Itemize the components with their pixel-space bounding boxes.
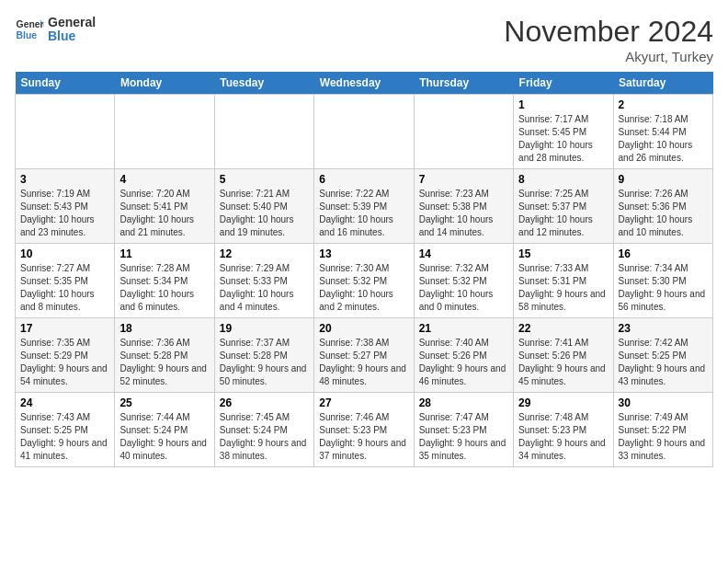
day-number: 4 — [119, 173, 209, 186]
header-tuesday: Tuesday — [214, 72, 313, 95]
calendar-table: Sunday Monday Tuesday Wednesday Thursday… — [15, 72, 713, 467]
logo-line1: General — [48, 16, 96, 29]
day-number: 5 — [220, 173, 309, 186]
day-number: 6 — [319, 173, 408, 186]
svg-text:General: General — [17, 19, 44, 29]
location-subtitle: Akyurt, Turkey — [504, 49, 713, 64]
day-info: Sunrise: 7:19 AMSunset: 5:43 PMDaylight:… — [20, 188, 109, 239]
day-number: 19 — [220, 322, 309, 335]
calendar-cell-w4-d2: 18Sunrise: 7:36 AMSunset: 5:28 PMDayligh… — [115, 318, 214, 393]
day-info: Sunrise: 7:34 AMSunset: 5:30 PMDaylight:… — [619, 262, 708, 314]
day-number: 2 — [619, 98, 708, 111]
day-number: 9 — [619, 173, 708, 186]
calendar-cell-w1-d1 — [16, 95, 115, 169]
header-wednesday: Wednesday — [314, 72, 414, 95]
day-info: Sunrise: 7:42 AMSunset: 5:25 PMDaylight:… — [619, 337, 708, 388]
day-number: 26 — [220, 396, 309, 409]
day-info: Sunrise: 7:30 AMSunset: 5:32 PMDaylight:… — [319, 262, 408, 314]
calendar-cell-w5-d3: 26Sunrise: 7:45 AMSunset: 5:24 PMDayligh… — [214, 393, 313, 467]
day-info: Sunrise: 7:23 AMSunset: 5:38 PMDaylight:… — [419, 188, 508, 239]
calendar-cell-w2-d5: 7Sunrise: 7:23 AMSunset: 5:38 PMDaylight… — [414, 169, 513, 244]
calendar-cell-w1-d5 — [414, 95, 513, 169]
logo-icon: General Blue — [15, 15, 44, 44]
header: General Blue General Blue November 2024 … — [15, 15, 713, 64]
svg-text:Blue: Blue — [17, 30, 38, 40]
calendar-cell-w3-d4: 13Sunrise: 7:30 AMSunset: 5:32 PMDayligh… — [314, 244, 414, 318]
calendar-cell-w3-d3: 12Sunrise: 7:29 AMSunset: 5:33 PMDayligh… — [214, 244, 313, 318]
calendar-cell-w2-d1: 3Sunrise: 7:19 AMSunset: 5:43 PMDaylight… — [16, 169, 115, 244]
day-number: 15 — [518, 247, 608, 260]
day-info: Sunrise: 7:33 AMSunset: 5:31 PMDaylight:… — [518, 262, 608, 314]
day-info: Sunrise: 7:48 AMSunset: 5:23 PMDaylight:… — [518, 411, 608, 463]
calendar-cell-w5-d7: 30Sunrise: 7:49 AMSunset: 5:22 PMDayligh… — [613, 393, 712, 467]
day-info: Sunrise: 7:26 AMSunset: 5:36 PMDaylight:… — [619, 188, 708, 239]
day-number: 21 — [419, 322, 508, 335]
calendar-cell-w5-d1: 24Sunrise: 7:43 AMSunset: 5:25 PMDayligh… — [16, 393, 115, 467]
page-container: General Blue General Blue November 2024 … — [15, 15, 713, 467]
day-number: 17 — [20, 322, 109, 335]
day-info: Sunrise: 7:44 AMSunset: 5:24 PMDaylight:… — [119, 411, 209, 463]
calendar-cell-w3-d5: 14Sunrise: 7:32 AMSunset: 5:32 PMDayligh… — [414, 244, 513, 318]
calendar-cell-w1-d7: 2Sunrise: 7:18 AMSunset: 5:44 PMDaylight… — [613, 95, 712, 169]
day-info: Sunrise: 7:25 AMSunset: 5:37 PMDaylight:… — [518, 188, 608, 239]
day-number: 1 — [518, 98, 608, 111]
calendar-cell-w2-d3: 5Sunrise: 7:21 AMSunset: 5:40 PMDaylight… — [214, 169, 313, 244]
calendar-cell-w4-d6: 22Sunrise: 7:41 AMSunset: 5:26 PMDayligh… — [514, 318, 613, 393]
day-number: 8 — [518, 173, 608, 186]
day-number: 24 — [20, 396, 109, 409]
day-info: Sunrise: 7:35 AMSunset: 5:29 PMDaylight:… — [20, 337, 109, 388]
day-info: Sunrise: 7:45 AMSunset: 5:24 PMDaylight:… — [220, 411, 309, 463]
calendar-cell-w4-d4: 20Sunrise: 7:38 AMSunset: 5:27 PMDayligh… — [314, 318, 414, 393]
day-info: Sunrise: 7:18 AMSunset: 5:44 PMDaylight:… — [619, 113, 708, 165]
calendar-week-4: 17Sunrise: 7:35 AMSunset: 5:29 PMDayligh… — [16, 318, 713, 393]
day-info: Sunrise: 7:28 AMSunset: 5:34 PMDaylight:… — [119, 262, 209, 314]
day-number: 29 — [518, 396, 608, 409]
calendar-cell-w3-d7: 16Sunrise: 7:34 AMSunset: 5:30 PMDayligh… — [613, 244, 712, 318]
calendar-cell-w2-d2: 4Sunrise: 7:20 AMSunset: 5:41 PMDaylight… — [115, 169, 214, 244]
calendar-cell-w5-d6: 29Sunrise: 7:48 AMSunset: 5:23 PMDayligh… — [514, 393, 613, 467]
day-info: Sunrise: 7:47 AMSunset: 5:23 PMDaylight:… — [419, 411, 508, 463]
day-number: 13 — [319, 247, 408, 260]
header-saturday: Saturday — [613, 72, 712, 95]
calendar-header-row: Sunday Monday Tuesday Wednesday Thursday… — [16, 72, 713, 95]
calendar-cell-w3-d2: 11Sunrise: 7:28 AMSunset: 5:34 PMDayligh… — [115, 244, 214, 318]
calendar-cell-w1-d6: 1Sunrise: 7:17 AMSunset: 5:45 PMDaylight… — [514, 95, 613, 169]
calendar-week-3: 10Sunrise: 7:27 AMSunset: 5:35 PMDayligh… — [16, 244, 713, 318]
calendar-cell-w5-d4: 27Sunrise: 7:46 AMSunset: 5:23 PMDayligh… — [314, 393, 414, 467]
day-info: Sunrise: 7:20 AMSunset: 5:41 PMDaylight:… — [119, 188, 209, 239]
calendar-cell-w3-d1: 10Sunrise: 7:27 AMSunset: 5:35 PMDayligh… — [16, 244, 115, 318]
day-info: Sunrise: 7:36 AMSunset: 5:28 PMDaylight:… — [119, 337, 209, 388]
calendar-cell-w2-d4: 6Sunrise: 7:22 AMSunset: 5:39 PMDaylight… — [314, 169, 414, 244]
logo-line2: Blue — [48, 29, 96, 43]
day-number: 3 — [20, 173, 109, 186]
day-number: 11 — [119, 247, 209, 260]
day-number: 30 — [619, 396, 708, 409]
day-number: 10 — [20, 247, 109, 260]
day-info: Sunrise: 7:22 AMSunset: 5:39 PMDaylight:… — [319, 188, 408, 239]
header-monday: Monday — [115, 72, 214, 95]
calendar-cell-w2-d7: 9Sunrise: 7:26 AMSunset: 5:36 PMDaylight… — [613, 169, 712, 244]
day-number: 16 — [619, 247, 708, 260]
day-info: Sunrise: 7:46 AMSunset: 5:23 PMDaylight:… — [319, 411, 408, 463]
calendar-week-5: 24Sunrise: 7:43 AMSunset: 5:25 PMDayligh… — [16, 393, 713, 467]
day-info: Sunrise: 7:38 AMSunset: 5:27 PMDaylight:… — [319, 337, 408, 388]
day-info: Sunrise: 7:43 AMSunset: 5:25 PMDaylight:… — [20, 411, 109, 463]
calendar-cell-w4-d3: 19Sunrise: 7:37 AMSunset: 5:28 PMDayligh… — [214, 318, 313, 393]
logo: General Blue General Blue — [15, 15, 96, 44]
day-info: Sunrise: 7:32 AMSunset: 5:32 PMDaylight:… — [419, 262, 508, 314]
calendar-cell-w5-d2: 25Sunrise: 7:44 AMSunset: 5:24 PMDayligh… — [115, 393, 214, 467]
header-sunday: Sunday — [16, 72, 115, 95]
day-number: 22 — [518, 322, 608, 335]
calendar-week-1: 1Sunrise: 7:17 AMSunset: 5:45 PMDaylight… — [16, 95, 713, 169]
day-number: 23 — [619, 322, 708, 335]
calendar-cell-w5-d5: 28Sunrise: 7:47 AMSunset: 5:23 PMDayligh… — [414, 393, 513, 467]
day-number: 25 — [119, 396, 209, 409]
day-info: Sunrise: 7:49 AMSunset: 5:22 PMDaylight:… — [619, 411, 708, 463]
day-number: 14 — [419, 247, 508, 260]
calendar-cell-w1-d2 — [115, 95, 214, 169]
title-section: November 2024 Akyurt, Turkey — [504, 15, 713, 64]
day-info: Sunrise: 7:27 AMSunset: 5:35 PMDaylight:… — [20, 262, 109, 314]
day-info: Sunrise: 7:29 AMSunset: 5:33 PMDaylight:… — [220, 262, 309, 314]
day-number: 27 — [319, 396, 408, 409]
month-year-title: November 2024 — [504, 15, 713, 49]
